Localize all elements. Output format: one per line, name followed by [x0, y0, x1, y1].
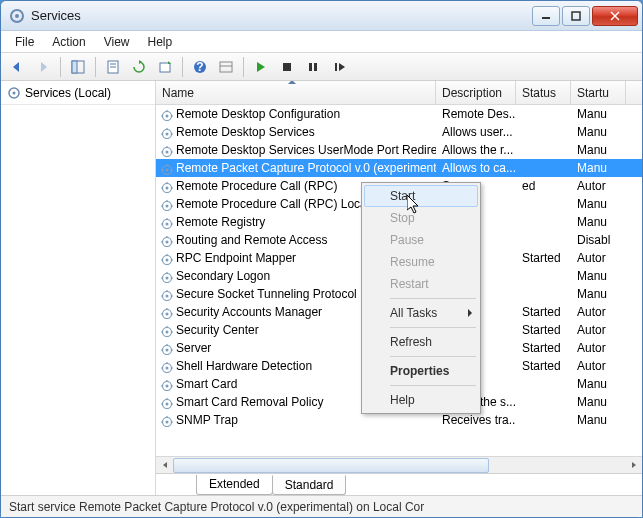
scroll-right-button[interactable]	[625, 458, 642, 473]
svg-point-71	[166, 259, 169, 262]
service-name: Remote Desktop Configuration	[176, 107, 340, 121]
toolbar-btn-extra[interactable]	[214, 55, 238, 79]
gear-icon	[160, 235, 174, 247]
service-row[interactable]: Remote Desktop ConfigurationRemote Des..…	[156, 105, 642, 123]
service-name: RPC Endpoint Mapper	[176, 251, 296, 265]
col-startup[interactable]: Startu	[571, 81, 626, 104]
svg-point-101	[166, 349, 169, 352]
scroll-track[interactable]	[173, 458, 625, 473]
service-name: Remote Desktop Services UserMode Port Re…	[176, 143, 436, 157]
service-description: Remote Des...	[442, 107, 516, 121]
service-name: Smart Card	[176, 377, 237, 391]
svg-point-107	[166, 367, 169, 370]
menu-view[interactable]: View	[96, 33, 138, 51]
gear-icon	[160, 253, 174, 265]
menu-action[interactable]: Action	[44, 33, 93, 51]
ctx-pause: Pause	[364, 229, 478, 251]
ctx-all-tasks[interactable]: All Tasks	[364, 302, 478, 324]
refresh-button[interactable]	[127, 55, 151, 79]
stop-service-button[interactable]	[275, 55, 299, 79]
service-startup: Autor	[577, 359, 606, 373]
gear-icon	[160, 379, 174, 391]
svg-rect-19	[335, 63, 337, 71]
ctx-help[interactable]: Help	[364, 389, 478, 411]
svg-point-119	[166, 403, 169, 406]
service-row[interactable]: Remote Desktop ServicesAllows user...Man…	[156, 123, 642, 141]
forward-button[interactable]	[31, 55, 55, 79]
ctx-refresh[interactable]: Refresh	[364, 331, 478, 353]
start-service-button[interactable]	[249, 55, 273, 79]
horizontal-scrollbar[interactable]	[156, 456, 642, 473]
service-description: Allows user...	[442, 125, 513, 139]
service-row[interactable]: Remote Packet Capture Protocol v.0 (expe…	[156, 159, 642, 177]
scroll-left-button[interactable]	[156, 458, 173, 473]
service-startup: Manu	[577, 377, 607, 391]
submenu-arrow-icon	[468, 309, 472, 317]
svg-point-21	[13, 91, 16, 94]
svg-point-89	[166, 313, 169, 316]
service-startup: Manu	[577, 161, 607, 175]
service-startup: Manu	[577, 107, 607, 121]
service-row[interactable]: Remote Desktop Services UserMode Port Re…	[156, 141, 642, 159]
services-app-icon	[9, 8, 25, 24]
service-name: Security Accounts Manager	[176, 305, 322, 319]
svg-point-113	[166, 385, 169, 388]
tree-root-label: Services (Local)	[25, 86, 111, 100]
properties-button[interactable]	[101, 55, 125, 79]
col-status[interactable]: Status	[516, 81, 571, 104]
col-name[interactable]: Name	[156, 81, 436, 104]
tab-standard[interactable]: Standard	[272, 475, 347, 495]
service-name: Routing and Remote Access	[176, 233, 327, 247]
svg-point-47	[166, 187, 169, 190]
gear-icon	[160, 109, 174, 121]
col-description[interactable]: Description	[436, 81, 516, 104]
svg-rect-16	[283, 63, 291, 71]
maximize-button[interactable]	[562, 6, 590, 26]
gear-icon	[160, 289, 174, 301]
service-name: Remote Registry	[176, 215, 265, 229]
service-name: Smart Card Removal Policy	[176, 395, 323, 409]
help-button[interactable]: ?	[188, 55, 212, 79]
svg-point-23	[166, 115, 169, 118]
restart-service-button[interactable]	[327, 55, 351, 79]
svg-point-35	[166, 151, 169, 154]
tree-root-services-local[interactable]: Services (Local)	[1, 81, 155, 105]
svg-point-1	[15, 14, 19, 18]
gear-icon	[160, 271, 174, 283]
service-startup: Manu	[577, 413, 607, 427]
gear-icon	[160, 199, 174, 211]
body: Services (Local) Name Description Status…	[1, 81, 642, 495]
tab-extended[interactable]: Extended	[196, 475, 273, 495]
titlebar[interactable]: Services	[1, 1, 642, 31]
minimize-button[interactable]	[532, 6, 560, 26]
service-startup: Autor	[577, 323, 606, 337]
service-status: Started	[522, 323, 561, 337]
export-list-button[interactable]	[153, 55, 177, 79]
gear-icon	[160, 415, 174, 427]
scroll-thumb[interactable]	[173, 458, 489, 473]
ctx-resume: Resume	[364, 251, 478, 273]
service-name: Remote Procedure Call (RPC) Loca	[176, 197, 367, 211]
service-startup: Autor	[577, 305, 606, 319]
service-name: Secondary Logon	[176, 269, 270, 283]
service-name: Remote Procedure Call (RPC)	[176, 179, 337, 193]
svg-rect-11	[160, 63, 170, 72]
service-startup: Disabl	[577, 233, 610, 247]
show-hide-tree-button[interactable]	[66, 55, 90, 79]
ctx-start[interactable]: Start	[364, 185, 478, 207]
menu-help[interactable]: Help	[140, 33, 181, 51]
service-status: ed	[522, 179, 535, 193]
svg-rect-17	[309, 63, 312, 71]
pause-service-button[interactable]	[301, 55, 325, 79]
close-button[interactable]	[592, 6, 638, 26]
svg-point-77	[166, 277, 169, 280]
service-startup: Autor	[577, 341, 606, 355]
service-name: Security Center	[176, 323, 259, 337]
gear-icon	[160, 163, 174, 175]
ctx-properties[interactable]: Properties	[364, 360, 478, 382]
svg-rect-14	[220, 62, 232, 72]
menu-file[interactable]: File	[7, 33, 42, 51]
service-description: Receives tra...	[442, 413, 516, 427]
service-status: Started	[522, 359, 561, 373]
back-button[interactable]	[5, 55, 29, 79]
